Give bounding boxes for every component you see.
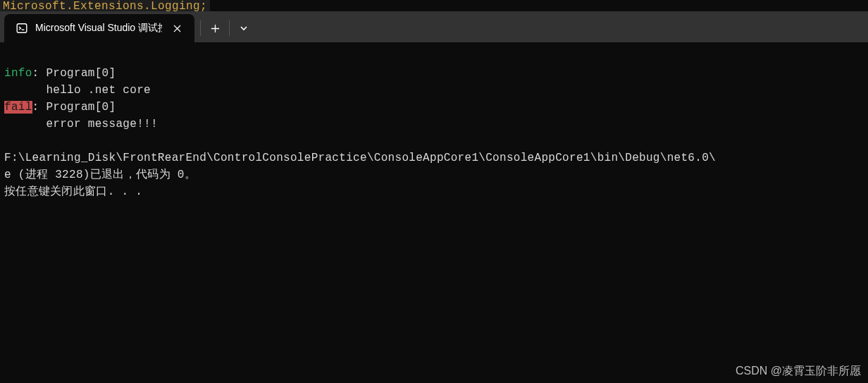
new-tab-button[interactable]	[202, 16, 228, 41]
log-line: info: Program[0]	[4, 67, 116, 80]
log-level-info: info	[4, 67, 32, 80]
tab-separator	[200, 20, 201, 36]
window-titlebar: Microsoft Visual Studio 调试控	[0, 11, 868, 42]
log-line: error message!!!	[4, 118, 158, 130]
tab-actions	[200, 11, 256, 42]
tab-separator	[229, 20, 230, 36]
log-prompt: 按任意键关闭此窗口. . .	[4, 186, 142, 198]
log-path: F:\Learning_Disk\FrontRearEnd\ControlCon…	[4, 152, 716, 164]
log-level-fail: fail	[4, 101, 32, 114]
watermark: CSDN @凌霄玉阶非所愿	[736, 364, 861, 379]
svg-rect-0	[17, 24, 27, 32]
log-line: hello .net core	[4, 84, 151, 97]
log-text: : Program[0]	[32, 101, 116, 114]
log-exit: e (进程 3228)已退出，代码为 0。	[4, 169, 196, 181]
log-text: : Program[0]	[32, 67, 116, 80]
tab-dropdown-button[interactable]	[231, 16, 256, 41]
terminal-output[interactable]: info: Program[0] hello .net core fail: P…	[0, 42, 868, 383]
terminal-tab[interactable]: Microsoft Visual Studio 调试控	[4, 14, 194, 42]
log-line: fail: Program[0]	[4, 101, 116, 114]
tab-title: Microsoft Visual Studio 调试控	[35, 22, 162, 35]
tab-close-button[interactable]	[169, 20, 185, 36]
terminal-icon	[16, 22, 28, 35]
